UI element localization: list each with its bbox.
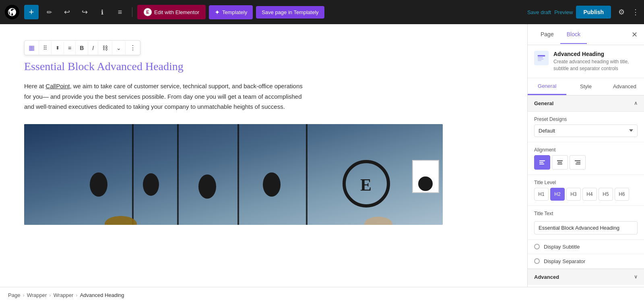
panel-close-button[interactable]: ✕ [632, 30, 638, 39]
svg-point-5 [90, 172, 107, 197]
info-button[interactable]: ℹ [95, 5, 109, 19]
templately-label: Templately [222, 9, 247, 15]
tab-page[interactable]: Page [534, 25, 560, 44]
svg-rect-1 [132, 124, 134, 225]
align-right-button[interactable] [570, 155, 586, 170]
separator [132, 7, 132, 17]
breadcrumb-page[interactable]: Page [8, 292, 20, 298]
panel-header: Page Block ✕ [528, 24, 644, 45]
level-h2-button[interactable]: H2 [550, 188, 565, 201]
image-block: E [24, 124, 443, 225]
save-templately-button[interactable]: Save page in Templately [256, 6, 324, 19]
callpoint-link[interactable]: CallPoint [45, 83, 70, 89]
preset-designs-field: Preset Designs Default [528, 112, 644, 142]
advanced-section-label: Advanced [534, 274, 559, 280]
redo-button[interactable]: ↪ [77, 5, 92, 19]
title-level-buttons: H1 H2 H3 H4 H5 H6 [534, 188, 638, 201]
section-general-label: General [534, 100, 553, 106]
templately-icon: ✦ [215, 8, 220, 16]
level-h6-button[interactable]: H6 [615, 188, 629, 201]
subtitle-toggle-label: Display Subtitle [544, 244, 580, 250]
svg-point-7 [198, 174, 216, 199]
main-area: ▦ ⠿ ⬍ ≡ B I ⛓ ⌄ ⋮ Essential Block Advanc… [0, 24, 644, 287]
bold-button[interactable]: B [76, 42, 88, 54]
italic-button[interactable]: I [88, 42, 98, 54]
chevron-up-icon: ∧ [634, 100, 638, 106]
block-title: Advanced Heading [553, 51, 638, 57]
svg-rect-2 [177, 124, 179, 225]
add-block-button[interactable]: + [24, 5, 39, 19]
breadcrumb-advanced-heading[interactable]: Advanced Heading [80, 292, 124, 298]
separator-toggle[interactable] [534, 258, 540, 264]
svg-rect-17 [538, 59, 544, 60]
editor-area: ▦ ⠿ ⬍ ≡ B I ⛓ ⌄ ⋮ Essential Block Advanc… [0, 24, 527, 287]
save-templately-label: Save page in Templately [262, 9, 318, 15]
block-icon [534, 51, 549, 65]
svg-rect-0 [24, 124, 443, 225]
edit-elementor-button[interactable]: E Edit with Elementor [137, 5, 206, 19]
svg-point-12 [418, 176, 433, 191]
title-text-input[interactable] [534, 221, 638, 235]
panel-content: General ∧ Preset Designs Default Alignme… [528, 95, 644, 287]
subtab-advanced[interactable]: Advanced [605, 78, 644, 95]
save-draft-button[interactable]: Save draft [527, 9, 551, 15]
tab-block[interactable]: Block [560, 25, 587, 44]
edit-pen-button[interactable]: ✏ [42, 5, 56, 19]
breadcrumb-wrapper2[interactable]: Wrapper [54, 292, 74, 298]
up-down-button[interactable]: ⬍ [52, 42, 64, 54]
display-separator-row: Display Separator [528, 254, 644, 269]
undo-button[interactable]: ↩ [60, 5, 74, 19]
preset-designs-select[interactable]: Default [534, 125, 638, 137]
svg-rect-16 [538, 57, 543, 58]
level-h5-button[interactable]: H5 [599, 188, 613, 201]
subtab-style[interactable]: Style [566, 78, 605, 95]
level-h4-button[interactable]: H4 [582, 188, 597, 201]
templately-button[interactable]: ✦ Templately [209, 5, 253, 19]
breadcrumb-wrapper1[interactable]: Wrapper [27, 292, 47, 298]
display-subtitle-row: Display Subtitle [528, 240, 644, 254]
panel-subtabs: General Style Advanced [528, 78, 644, 95]
align-center-button[interactable] [552, 155, 568, 170]
body-text: Here at CallPoint, we aim to take care o… [24, 81, 306, 112]
align-left-button[interactable] [534, 155, 550, 170]
block-more-button[interactable]: ⋮ [126, 41, 140, 55]
align-left-inline-button[interactable]: ≡ [64, 42, 76, 54]
block-info-text: Advanced Heading Create advanced heading… [553, 51, 638, 72]
svg-rect-3 [237, 124, 239, 225]
title-text-label: Title Text [534, 211, 638, 216]
preview-button[interactable]: Preview [554, 9, 573, 15]
more-options-button[interactable]: ⋮ [632, 8, 639, 17]
block-toolbar: ▦ ⠿ ⬍ ≡ B I ⛓ ⌄ ⋮ [24, 40, 140, 55]
breadcrumb-sep-2: › [49, 292, 51, 298]
block-type-icon-button[interactable]: ▦ [25, 41, 39, 55]
title-level-label: Title Level [534, 180, 638, 185]
wp-logo[interactable] [5, 5, 19, 19]
breadcrumb: Page › Wrapper › Wrapper › Advanced Head… [0, 287, 644, 303]
level-h3-button[interactable]: H3 [566, 188, 581, 201]
publish-button[interactable]: Publish [576, 6, 611, 19]
advanced-heading-text[interactable]: Essential Block Advanced Heading [24, 60, 503, 73]
subtitle-toggle[interactable] [534, 244, 540, 249]
list-view-button[interactable]: ≡ [113, 5, 127, 19]
top-toolbar: + ✏ ↩ ↪ ℹ ≡ E Edit with Elementor ✦ Temp… [0, 0, 644, 24]
subtab-general[interactable]: General [528, 78, 566, 95]
svg-point-6 [143, 173, 159, 196]
level-h1-button[interactable]: H1 [534, 188, 549, 201]
title-text-field: Title Text [528, 206, 644, 240]
section-general-header[interactable]: General ∧ [528, 95, 644, 112]
section-advanced-header[interactable]: Advanced ∨ [528, 269, 644, 285]
settings-button[interactable]: ⚙ [614, 5, 629, 19]
block-description: Create advanced heading with title, subt… [553, 58, 638, 72]
svg-point-8 [263, 172, 281, 197]
alignment-label: Alignment [534, 147, 638, 153]
separator-toggle-label: Display Separator [544, 258, 585, 264]
move-handle-button[interactable]: ⠿ [39, 42, 52, 54]
block-info: Advanced Heading Create advanced heading… [528, 45, 644, 78]
svg-text:E: E [360, 176, 372, 194]
edit-elementor-label: Edit with Elementor [154, 9, 199, 15]
link-button[interactable]: ⛓ [98, 42, 112, 54]
more-block-options-button[interactable]: ⌄ [112, 42, 126, 54]
breadcrumb-sep-3: › [76, 292, 77, 298]
elementor-icon: E [144, 8, 152, 16]
chevron-down-icon: ∨ [634, 274, 638, 280]
